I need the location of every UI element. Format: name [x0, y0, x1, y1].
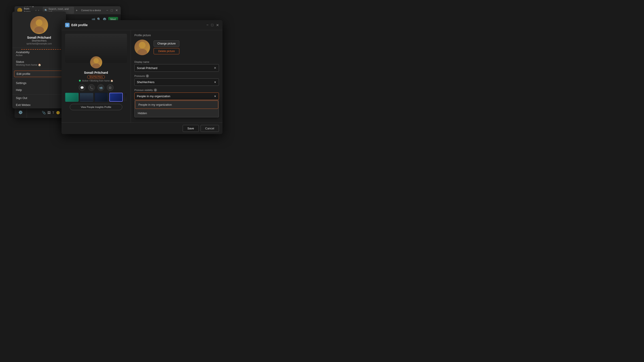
display-name-input-wrapper[interactable]: ✕ — [134, 64, 219, 72]
svg-point-4 — [94, 58, 98, 63]
bg-pic-blue[interactable] — [109, 93, 123, 102]
modal-close-button[interactable]: ✕ — [216, 23, 219, 27]
preview-more-btn[interactable]: ⊡ — [107, 84, 114, 91]
svg-point-6 — [139, 42, 146, 48]
status-value: Working from home 🏠 — [16, 63, 41, 66]
help-label: Help — [16, 88, 22, 92]
change-picture-button[interactable]: Change picture — [154, 40, 179, 47]
bg-pic-mountain[interactable] — [80, 93, 93, 102]
pronoun-visibility-info-icon[interactable]: i — [154, 88, 157, 92]
search-icon: 🔍 — [44, 9, 48, 12]
modal-minimize-button[interactable]: − — [206, 23, 208, 27]
pronouns-section: Pronouns i She/Her/Hers ▼ — [134, 74, 219, 86]
settings-label: Settings — [16, 81, 26, 85]
edit-profile-label: Edit profile — [16, 72, 30, 75]
gif-icon[interactable]: 🖼 — [48, 111, 50, 114]
modal-title: Edit profile — [71, 23, 204, 27]
pronouns-label: Pronouns i — [134, 74, 219, 77]
preview-card-bg — [65, 34, 127, 63]
menu-section-availability: Availability Active › Status Working fro… — [12, 48, 66, 69]
profile-header: Sonali Pritchard She/Her/Hers spritchard… — [12, 12, 66, 48]
menu-sign-out[interactable]: Sign Out — [12, 94, 66, 101]
menu-section-signout: Sign Out Exit Webex — [12, 94, 66, 108]
pronoun-visibility-select[interactable]: People in my organization ▼ — [134, 92, 219, 100]
background-pictures-section — [65, 93, 127, 102]
connect-device-label[interactable]: Connect to a device — [81, 9, 101, 12]
picture-row: Change picture Delete picture — [134, 39, 219, 55]
bg-pic-dark[interactable] — [94, 93, 108, 102]
menu-settings[interactable]: Settings — [12, 79, 66, 86]
cancel-button[interactable]: Cancel — [200, 125, 219, 132]
preview-call-btn[interactable]: 📞 — [88, 84, 95, 91]
save-button[interactable]: Save — [183, 125, 199, 132]
svg-point-5 — [92, 63, 100, 69]
preview-status: Active • Working from home 🏠 — [65, 79, 127, 82]
menu-availability[interactable]: Availability Active › — [12, 49, 66, 58]
pronoun-visibility-chevron-icon: ▼ — [214, 95, 216, 98]
preview-video-btn[interactable]: 📹 — [98, 84, 104, 91]
profile-picture-label: Profile picture — [134, 34, 219, 37]
dropdown-option-hidden[interactable]: Hidden — [134, 109, 219, 117]
exit-label: Exit Webex — [16, 103, 31, 107]
preview-name-area: Sonali Pritchard She/Her/Hers Active • W… — [65, 69, 127, 82]
sidebar-item-settings[interactable]: ⚙️ — [16, 108, 24, 116]
menu-section-edit: Edit profile — [12, 69, 66, 79]
availability-label: Availability — [16, 50, 30, 54]
dropdown-option-organization[interactable]: People in my organization — [135, 100, 218, 109]
svg-point-7 — [137, 49, 147, 55]
display-name-section: Display name ✕ — [134, 60, 219, 72]
pronouns-select-value: She/Her/Hers — [137, 80, 154, 84]
window-controls: − □ ✕ — [106, 8, 118, 12]
status-label: Status — [16, 60, 41, 63]
modal-body: Sonali Pritchard She/Her/Hers Active • W… — [62, 30, 222, 122]
menu-section-settings: Settings Help › — [12, 79, 66, 94]
pronouns-info-icon[interactable]: i — [146, 74, 149, 77]
sign-out-label: Sign Out — [16, 96, 27, 100]
nav-buttons[interactable]: ‹ › — [36, 9, 39, 12]
profile-avatar — [30, 16, 48, 34]
format-icon[interactable]: T — [52, 111, 54, 114]
preview-avatar — [90, 56, 103, 69]
emoji-icon[interactable]: 😊 — [56, 111, 60, 114]
pronoun-visibility-label: Pronoun visibility i — [134, 88, 219, 92]
back-button[interactable]: ‹ — [36, 9, 36, 12]
clear-display-name-button[interactable]: ✕ — [214, 66, 216, 70]
pronouns-chevron-icon: ▼ — [214, 81, 216, 84]
pronoun-visibility-value: People in my organization — [137, 94, 170, 98]
menu-edit-profile[interactable]: Edit profile — [14, 71, 64, 77]
modal-window-controls: − □ ✕ — [206, 23, 219, 27]
new-tab-button[interactable]: + — [76, 8, 78, 12]
modal-profile-preview: Sonali Pritchard She/Her/Hers Active • W… — [62, 30, 131, 122]
modal-footer: Save Cancel — [62, 122, 222, 134]
pronouns-select[interactable]: She/Her/Hers ▼ — [134, 78, 219, 86]
modal-icon: W — [65, 23, 70, 27]
preview-name: Sonali Pritchard — [65, 71, 127, 74]
menu-status[interactable]: Status Working from home 🏠 › — [12, 58, 66, 68]
status-dot — [79, 80, 81, 81]
bg-pic-teal[interactable] — [65, 93, 78, 102]
delete-picture-button[interactable]: Delete picture — [154, 48, 179, 54]
svg-point-0 — [36, 19, 42, 26]
minimize-button[interactable]: − — [106, 8, 108, 12]
view-insights-button-modal[interactable]: View People Insights Profile — [70, 104, 122, 110]
view-insights-section: View People Insights Profile — [65, 104, 127, 110]
forward-button[interactable]: › — [38, 9, 39, 12]
profile-email: spritchard@example.com — [26, 42, 52, 45]
attachment-icon[interactable]: 📎 — [42, 111, 46, 114]
bg-pictures — [65, 93, 127, 102]
picture-buttons: Change picture Delete picture — [154, 40, 179, 54]
preview-chat-btn[interactable]: 💬 — [79, 84, 86, 91]
preview-actions: 💬 📞 📹 ⊡ — [65, 84, 127, 91]
preview-pronouns: She/Her/Hers — [87, 75, 105, 79]
display-name-input[interactable] — [137, 66, 214, 70]
display-name-label: Display name — [134, 60, 219, 63]
close-button[interactable]: ✕ — [116, 8, 118, 12]
pronoun-visibility-dropdown: People in my organization Hidden — [134, 100, 219, 117]
modal-maximize-button[interactable]: □ — [211, 23, 213, 27]
menu-exit-webex[interactable]: Exit Webex — [12, 101, 66, 108]
modal-title-bar: W Edit profile − □ ✕ — [62, 20, 222, 30]
maximize-button[interactable]: □ — [111, 8, 113, 12]
edit-profile-modal: W Edit profile − □ ✕ Sonali Pritchard Sh — [62, 20, 222, 134]
menu-help[interactable]: Help › — [12, 86, 66, 93]
bg-pic-black[interactable] — [124, 93, 127, 102]
